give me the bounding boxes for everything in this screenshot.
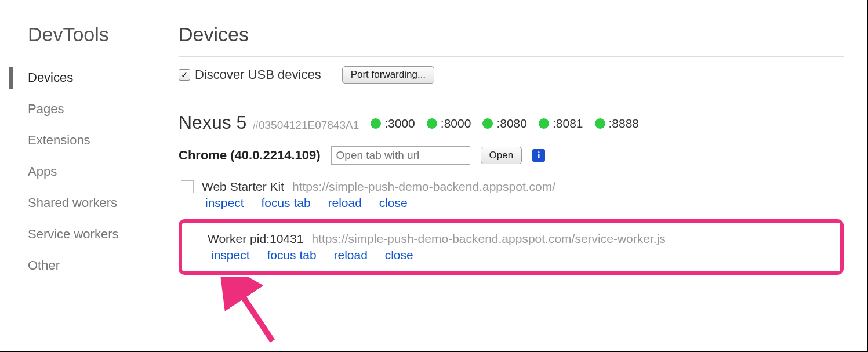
tab-row: Worker pid:10431 https://simple-push-dem… — [184, 227, 838, 267]
inspect-link[interactable]: inspect — [211, 248, 250, 262]
reload-link[interactable]: reload — [333, 248, 367, 262]
tab-title: Worker pid:10431 — [208, 232, 303, 246]
sidebar-item-service-workers[interactable]: Service workers — [0, 219, 162, 250]
open-button[interactable]: Open — [481, 147, 522, 164]
tab-title: Web Starter Kit — [202, 180, 284, 194]
tab-url: https://simple-push-demo-backend.appspot… — [311, 232, 665, 246]
port-8081: :8081 — [539, 117, 583, 130]
discover-usb-checkbox[interactable]: ✓ — [179, 69, 190, 81]
sidebar-item-devices[interactable]: Devices — [0, 62, 162, 93]
discover-usb-label: Discover USB devices — [195, 67, 321, 82]
close-link[interactable]: close — [385, 248, 413, 262]
focus-tab-link[interactable]: focus tab — [267, 248, 316, 262]
browser-label: Chrome (40.0.2214.109) — [179, 148, 321, 163]
favicon-placeholder — [187, 233, 199, 245]
sidebar-item-extensions[interactable]: Extensions — [0, 125, 162, 156]
device-id: #03504121E07843A1 — [252, 119, 359, 132]
sidebar: DevTools Devices Pages Extensions Apps S… — [0, 0, 162, 351]
sidebar-item-pages[interactable]: Pages — [0, 93, 162, 125]
status-dot-icon — [595, 118, 605, 129]
highlighted-row: Worker pid:10431 https://simple-push-dem… — [179, 219, 844, 275]
tab-url: https://simple-push-demo-backend.appspot… — [292, 180, 555, 194]
device-name: Nexus 5 — [179, 112, 246, 133]
port-8000: :8000 — [427, 117, 471, 130]
port-8888: :8888 — [595, 117, 640, 130]
main-panel: Devices ✓ Discover USB devices Port forw… — [162, 0, 867, 351]
sidebar-item-other[interactable]: Other — [0, 250, 162, 281]
device-header: Nexus 5 #03504121E07843A1 :3000 :8000 :8… — [179, 112, 844, 133]
inspect-link[interactable]: inspect — [205, 196, 244, 209]
port-forwarding-button[interactable]: Port forwarding... — [342, 66, 434, 84]
app-title: DevTools — [0, 23, 162, 46]
info-icon[interactable]: i — [532, 149, 545, 162]
open-tab-url-input[interactable] — [331, 146, 470, 165]
status-dot-icon — [427, 118, 437, 129]
reload-link[interactable]: reload — [328, 196, 361, 209]
tab-row: Web Starter Kit https://simple-push-demo… — [179, 175, 844, 215]
status-dot-icon — [482, 118, 493, 129]
status-dot-icon — [371, 118, 381, 129]
status-dot-icon — [539, 118, 549, 129]
port-8080: :8080 — [482, 117, 527, 130]
page-title: Devices — [179, 23, 844, 57]
favicon-placeholder — [181, 180, 194, 193]
sidebar-item-apps[interactable]: Apps — [0, 156, 162, 187]
focus-tab-link[interactable]: focus tab — [261, 196, 310, 209]
close-link[interactable]: close — [379, 196, 408, 209]
sidebar-item-shared-workers[interactable]: Shared workers — [0, 187, 162, 219]
port-3000: :3000 — [371, 117, 415, 130]
